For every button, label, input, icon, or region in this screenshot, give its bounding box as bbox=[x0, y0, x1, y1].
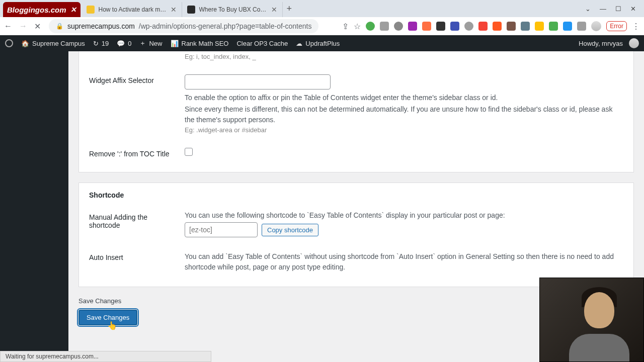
star-icon[interactable]: ☆ bbox=[354, 22, 361, 31]
comments-link[interactable]: 💬0 bbox=[117, 40, 131, 47]
status-bar: Waiting for supremecampus.com... bbox=[0, 351, 211, 362]
affix-desc-2: Since every theme is different, this can… bbox=[185, 104, 623, 125]
account-link[interactable]: Howdy, mrvyas bbox=[579, 38, 639, 48]
browser-tab[interactable]: How to Activate dark mode on s ✕ bbox=[82, 2, 182, 17]
extension-icon[interactable] bbox=[521, 22, 530, 31]
save-changes-button[interactable]: Save Changes bbox=[78, 310, 137, 325]
close-icon[interactable]: ✕ bbox=[271, 6, 277, 14]
webcam-overlay bbox=[539, 278, 644, 362]
extension-icon[interactable] bbox=[577, 22, 586, 31]
close-window-icon[interactable]: ✕ bbox=[630, 5, 636, 13]
tab-title: Where To Buy UBX Coin : 5 Cryp bbox=[199, 6, 267, 13]
admin-sidebar[interactable] bbox=[0, 51, 68, 362]
wordpress-icon bbox=[5, 39, 13, 47]
reload-stop-icon[interactable]: ✕ bbox=[34, 22, 41, 31]
new-tab-button[interactable]: + bbox=[283, 4, 296, 14]
cloud-icon: ☁ bbox=[296, 40, 302, 47]
logo-tab[interactable]: Bloggingos.com ✕ bbox=[3, 2, 80, 17]
comments-count: 0 bbox=[128, 40, 131, 47]
shortcode-value[interactable]: [ez-toc] bbox=[185, 222, 258, 237]
close-icon[interactable]: ✕ bbox=[70, 6, 76, 14]
extension-icon[interactable] bbox=[450, 22, 459, 31]
extension-icon[interactable] bbox=[380, 22, 389, 31]
updraft-label: UpdraftPlus bbox=[305, 40, 340, 47]
wp-logo-menu[interactable] bbox=[5, 39, 13, 47]
shortcode-heading: Shortcode bbox=[79, 183, 633, 204]
tab-title: How to Activate dark mode on s bbox=[99, 6, 167, 13]
url-field[interactable]: 🔒 supremecampus.com/wp-admin/options-gen… bbox=[49, 19, 318, 33]
clear-cache-link[interactable]: Clear OP3 Cache bbox=[236, 40, 288, 47]
affix-selector-input[interactable] bbox=[185, 74, 331, 89]
extension-icon[interactable] bbox=[493, 22, 502, 31]
manual-shortcode-label: Manual Adding the shortcode bbox=[89, 211, 180, 229]
status-text: Waiting for supremecampus.com... bbox=[6, 353, 99, 360]
browser-tab[interactable]: Where To Buy UBX Coin : 5 Cryp ✕ bbox=[182, 2, 283, 17]
remove-colon-label: Remove ':' from TOC Title bbox=[89, 148, 180, 158]
extension-icon[interactable] bbox=[507, 22, 516, 31]
howdy-text: Howdy, mrvyas bbox=[579, 40, 623, 47]
forward-icon[interactable]: → bbox=[19, 22, 27, 31]
affix-example: Eg: .widget-area or #sidebar bbox=[185, 126, 623, 134]
extension-icon[interactable] bbox=[422, 22, 431, 31]
extension-icon[interactable] bbox=[436, 22, 445, 31]
extension-icon[interactable] bbox=[366, 22, 375, 31]
updates-link[interactable]: ↻19 bbox=[93, 40, 109, 47]
close-icon[interactable]: ✕ bbox=[171, 6, 177, 14]
chevron-down-icon[interactable]: ⌄ bbox=[585, 5, 591, 13]
updraft-link[interactable]: ☁UpdraftPlus bbox=[296, 40, 340, 47]
error-chip[interactable]: Error bbox=[606, 21, 627, 31]
plus-icon: ＋ bbox=[139, 39, 146, 48]
copy-shortcode-button[interactable]: Copy shortcode bbox=[262, 224, 318, 236]
extension-icon[interactable] bbox=[549, 22, 558, 31]
tab-strip: Bloggingos.com ✕ How to Activate dark mo… bbox=[0, 0, 644, 17]
rankmath-link[interactable]: 📊Rank Math SEO bbox=[171, 40, 229, 47]
minimize-icon[interactable]: — bbox=[600, 5, 606, 13]
site-name: Supreme Campus bbox=[32, 40, 85, 47]
lock-icon: 🔒 bbox=[56, 23, 63, 30]
rankmath-label: Rank Math SEO bbox=[182, 40, 229, 47]
favicon-icon bbox=[87, 6, 95, 14]
new-label: New bbox=[149, 40, 162, 47]
avatar-icon bbox=[629, 38, 639, 48]
extension-icon[interactable] bbox=[563, 22, 572, 31]
home-icon: 🏠 bbox=[21, 40, 29, 47]
clear-cache-label: Clear OP3 Cache bbox=[236, 40, 288, 47]
extension-icon[interactable] bbox=[408, 22, 417, 31]
extension-icon[interactable] bbox=[464, 22, 473, 31]
share-icon[interactable]: ⇪ bbox=[342, 22, 349, 31]
updates-count: 19 bbox=[102, 40, 109, 47]
refresh-icon: ↻ bbox=[93, 40, 99, 47]
chart-icon: 📊 bbox=[171, 40, 179, 47]
auto-insert-label: Auto Insert bbox=[89, 251, 180, 261]
remove-colon-checkbox[interactable] bbox=[185, 148, 193, 156]
extension-icon[interactable] bbox=[478, 22, 488, 31]
window-controls: ⌄ — ☐ ✕ bbox=[585, 5, 641, 13]
new-content-link[interactable]: ＋New bbox=[139, 39, 162, 48]
site-link[interactable]: 🏠Supreme Campus bbox=[21, 40, 85, 47]
kebab-menu-icon[interactable]: ⋮ bbox=[632, 22, 640, 31]
affix-desc-1: To enable the option to affix or pin the… bbox=[185, 93, 623, 103]
back-icon[interactable]: ← bbox=[4, 22, 12, 31]
maximize-icon[interactable]: ☐ bbox=[615, 5, 621, 13]
url-path: /wp-admin/options-general.php?page=table… bbox=[139, 22, 312, 30]
logo-text: Bloggingos.com bbox=[7, 6, 66, 14]
comment-icon: 💬 bbox=[117, 40, 125, 47]
url-domain: supremecampus.com bbox=[67, 22, 135, 30]
address-bar: ← → ✕ 🔒 supremecampus.com/wp-admin/optio… bbox=[0, 17, 644, 35]
wp-admin-bar: 🏠Supreme Campus ↻19 💬0 ＋New 📊Rank Math S… bbox=[0, 35, 644, 51]
profile-avatar-icon[interactable] bbox=[591, 21, 601, 31]
extension-icon[interactable] bbox=[394, 22, 403, 31]
extension-icon[interactable] bbox=[535, 22, 544, 31]
affix-label: Widget Affix Selector bbox=[89, 74, 180, 84]
auto-insert-desc: You can add `Easy Table of Contents` wit… bbox=[185, 251, 623, 273]
manual-shortcode-desc: You can use the following shortcode to `… bbox=[185, 211, 623, 219]
favicon-icon bbox=[187, 6, 195, 14]
prev-example-text: Eg: i, toc_index, index, _ bbox=[185, 53, 256, 60]
